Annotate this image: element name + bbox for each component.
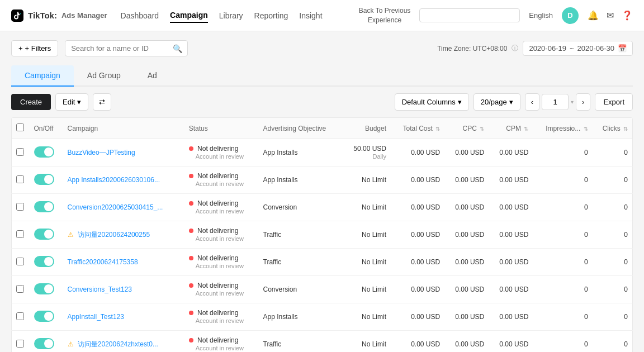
header-clicks[interactable]: Clicks ⇅ xyxy=(593,118,633,139)
user-avatar[interactable]: D xyxy=(562,7,579,24)
timezone-info: Time Zone: UTC+08:00 ⓘ 2020-06-19 ~ 2020… xyxy=(437,41,633,56)
status-dot-1 xyxy=(189,174,193,178)
row-total-cost-4: 0.00 USD xyxy=(391,249,444,276)
row-status-7: Not delivering Account in review xyxy=(184,331,259,353)
row-status-3: Not delivering Account in review xyxy=(184,221,259,249)
top-search-input[interactable] xyxy=(419,8,520,22)
row-checkbox-0[interactable] xyxy=(12,139,30,167)
nav-dashboard[interactable]: Dashboard xyxy=(121,9,159,22)
header-checkbox[interactable] xyxy=(12,118,30,139)
row-cpm-2: 0.00 USD xyxy=(489,194,533,221)
campaign-toggle-6[interactable] xyxy=(34,311,54,322)
table-row: BuzzVideo—JPTesting Not delivering Accou… xyxy=(12,139,633,167)
mail-icon[interactable]: ✉ xyxy=(607,10,614,21)
row-toggle-4[interactable] xyxy=(30,249,63,276)
nav-campaign[interactable]: Campaign xyxy=(170,8,208,23)
row-total-cost-2: 0.00 USD xyxy=(391,194,444,221)
row-checkbox-7[interactable] xyxy=(12,331,30,353)
campaign-toggle-1[interactable] xyxy=(34,174,54,185)
row-checkbox-3[interactable] xyxy=(12,221,30,249)
row-toggle-1[interactable] xyxy=(30,167,63,194)
tab-ad[interactable]: Ad xyxy=(134,65,171,87)
table-row: Traffic20200624175358 Not delivering Acc… xyxy=(12,249,633,276)
row-cpc-7: 0.00 USD xyxy=(444,331,489,353)
nav-library[interactable]: Library xyxy=(219,9,243,22)
prev-page-button[interactable]: ‹ xyxy=(525,93,539,111)
chevron-icon2: ▾ xyxy=(509,98,513,106)
row-status-5: Not delivering Account in review xyxy=(184,276,259,303)
row-checkbox-5[interactable] xyxy=(12,276,30,303)
row-total-cost-5: 0.00 USD xyxy=(391,276,444,303)
campaign-toggle-0[interactable] xyxy=(34,146,54,158)
row-toggle-3[interactable] xyxy=(30,221,63,249)
header-total-cost[interactable]: Total Cost ⇅ xyxy=(391,118,444,139)
row-budget-0: 50.00 USD Daily xyxy=(342,139,391,167)
campaign-link-1[interactable]: App Installs20200626030106... xyxy=(68,176,160,184)
row-toggle-7[interactable] xyxy=(30,331,63,353)
row-clicks-3: 0 xyxy=(593,221,633,249)
row-toggle-0[interactable] xyxy=(30,139,63,167)
row-checkbox-2[interactable] xyxy=(12,194,30,221)
campaign-toggle-4[interactable] xyxy=(34,256,54,267)
row-total-cost-6: 0.00 USD xyxy=(391,303,444,331)
campaign-link-5[interactable]: Conversions_Test123 xyxy=(68,286,132,293)
back-to-previous[interactable]: Back To PreviousExperience xyxy=(359,6,411,25)
filters-button[interactable]: + + Filters xyxy=(11,40,58,56)
row-objective-5: Conversion xyxy=(259,276,343,303)
campaign-search-input[interactable] xyxy=(65,40,188,56)
help-icon[interactable]: ❓ xyxy=(622,10,633,21)
row-toggle-2[interactable] xyxy=(30,194,63,221)
create-button[interactable]: Create xyxy=(11,94,51,110)
nav-right: Back To PreviousExperience English D 🔔 ✉… xyxy=(359,6,633,25)
campaign-toggle-5[interactable] xyxy=(34,283,54,294)
page-number-input[interactable] xyxy=(542,94,569,110)
campaign-link-6[interactable]: AppInstall_Test123 xyxy=(68,313,124,321)
default-columns-button[interactable]: Default Columns ▾ xyxy=(395,93,469,111)
table-row: ⚠ 访问量20200624200255 Not delivering Accou… xyxy=(12,221,633,249)
nav-insight[interactable]: Insight xyxy=(299,9,322,22)
table-row: ⚠ 访问量20200624zhxtest0... Not delivering … xyxy=(12,331,633,353)
header-impressions[interactable]: Impressio... ⇅ xyxy=(533,118,592,139)
tiktok-brand xyxy=(11,9,25,21)
row-status-4: Not delivering Account in review xyxy=(184,249,259,276)
language-selector[interactable]: English xyxy=(529,11,553,20)
row-campaign-name-2: Conversion20200625030415_... xyxy=(63,194,184,221)
tab-adgroup[interactable]: Ad Group xyxy=(74,65,134,87)
date-range-picker[interactable]: 2020-06-19 ~ 2020-06-30 📅 xyxy=(523,41,633,56)
row-impressions-2: 0 xyxy=(533,194,592,221)
campaign-link-2[interactable]: Conversion20200625030415_... xyxy=(68,203,163,211)
nav-reporting[interactable]: Reporting xyxy=(254,9,288,22)
status-sub-0: Account in review xyxy=(196,153,244,160)
page-size-button[interactable]: 20/page ▾ xyxy=(473,93,520,111)
columns-toggle-button[interactable]: ⇄ xyxy=(93,93,111,111)
campaign-link-3[interactable]: 访问量20200624200255 xyxy=(78,231,150,239)
next-page-button[interactable]: › xyxy=(576,93,590,111)
row-cpm-6: 0.00 USD xyxy=(489,303,533,331)
page-dropdown-icon: ▾ xyxy=(571,99,574,105)
row-checkbox-1[interactable] xyxy=(12,167,30,194)
export-button[interactable]: Export xyxy=(595,93,633,111)
row-checkbox-6[interactable] xyxy=(12,303,30,331)
campaign-link-4[interactable]: Traffic20200624175358 xyxy=(68,258,138,266)
campaign-toggle-7[interactable] xyxy=(34,338,54,349)
edit-button[interactable]: Edit ▾ xyxy=(55,93,88,111)
row-toggle-6[interactable] xyxy=(30,303,63,331)
tab-campaign[interactable]: Campaign xyxy=(11,65,74,87)
header-cpm[interactable]: CPM ⇅ xyxy=(489,118,533,139)
header-budget[interactable]: Budget xyxy=(342,118,391,139)
row-impressions-3: 0 xyxy=(533,221,592,249)
calendar-icon: 📅 xyxy=(618,44,627,53)
row-status-6: Not delivering Account in review xyxy=(184,303,259,331)
campaign-toggle-2[interactable] xyxy=(34,201,54,212)
row-campaign-name-1: App Installs20200626030106... xyxy=(63,167,184,194)
row-toggle-5[interactable] xyxy=(30,276,63,303)
header-cpc[interactable]: CPC ⇅ xyxy=(444,118,489,139)
row-cpm-7: 0.00 USD xyxy=(489,331,533,353)
notification-icon[interactable]: 🔔 xyxy=(588,10,599,21)
row-checkbox-4[interactable] xyxy=(12,249,30,276)
row-cpc-2: 0.00 USD xyxy=(444,194,489,221)
status-text-6: Not delivering xyxy=(197,309,238,317)
campaign-link-0[interactable]: BuzzVideo—JPTesting xyxy=(68,149,135,156)
campaign-link-7[interactable]: 访问量20200624zhxtest0... xyxy=(78,340,158,348)
campaign-toggle-3[interactable] xyxy=(34,229,54,240)
